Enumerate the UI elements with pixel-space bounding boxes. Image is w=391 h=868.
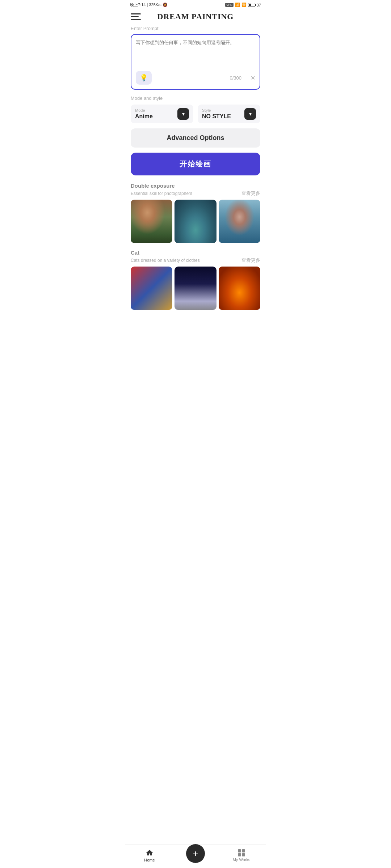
start-painting-button[interactable]: 开始绘画 xyxy=(131,153,260,175)
status-right: VPN 📶 🛜 37 xyxy=(225,3,261,7)
gallery-header-1: Double exposure xyxy=(131,183,260,189)
gallery-title-2: Cat xyxy=(131,250,260,256)
gallery-subtitle-row-2: Cats dressed on a variety of clothes 查看更… xyxy=(131,257,260,264)
gallery-image-placeholder xyxy=(175,200,216,243)
gallery-image-cat-1[interactable] xyxy=(131,267,172,310)
style-value: NO STYLE xyxy=(202,113,231,120)
advanced-options-button[interactable]: Advanced Options xyxy=(131,128,260,148)
status-bar: 晚上7:14 | 325K/s 🔕 VPN 📶 🛜 37 xyxy=(125,0,266,9)
mode-arrow-button[interactable]: ▾ xyxy=(177,108,189,120)
prompt-footer: 💡 0/300 ✕ xyxy=(136,71,255,85)
gallery-section-cat: Cat Cats dressed on a variety of clothes… xyxy=(131,250,260,310)
gallery-title-1: Double exposure xyxy=(131,183,260,189)
gallery-section-double-exposure: Double exposure Essential skill for phot… xyxy=(131,183,260,243)
gallery-image-placeholder xyxy=(219,200,260,243)
char-count: 0/300 xyxy=(230,75,241,81)
see-more-button-1[interactable]: 查看更多 xyxy=(241,190,260,197)
gallery-image-placeholder xyxy=(131,267,172,310)
style-dropdown-left: Style NO STYLE xyxy=(202,108,231,120)
gallery-subtitle-2: Cats dressed on a variety of clothes xyxy=(131,258,200,263)
gallery-image-de-2[interactable] xyxy=(175,200,216,243)
style-arrow-button[interactable]: ▾ xyxy=(244,108,256,120)
vpn-badge: VPN xyxy=(225,3,233,7)
prompt-textarea[interactable] xyxy=(136,39,255,67)
status-time-network: 晚上7:14 | 325K/s 🔕 xyxy=(130,2,168,8)
mode-style-label: Mode and style xyxy=(131,95,260,101)
gallery-image-placeholder xyxy=(131,200,172,243)
chevron-down-icon: ▾ xyxy=(182,111,185,117)
wifi-icon: 🛜 xyxy=(241,3,247,7)
idea-button[interactable]: 💡 xyxy=(136,71,152,85)
mode-dropdown-left: Mode Anime xyxy=(135,108,153,120)
hamburger-menu-button[interactable] xyxy=(131,13,141,20)
gallery-image-de-3[interactable] xyxy=(219,200,260,243)
mode-value: Anime xyxy=(135,113,153,120)
gallery-grid-1 xyxy=(131,200,260,243)
prompt-box: 💡 0/300 ✕ xyxy=(131,34,260,90)
see-more-button-2[interactable]: 查看更多 xyxy=(241,257,260,264)
mode-style-row: Mode Anime ▾ Style NO STYLE ▾ xyxy=(131,105,260,123)
gallery-subtitle-row-1: Essential skill for photographers 查看更多 xyxy=(131,190,260,197)
gallery-image-cat-3[interactable] xyxy=(219,267,260,310)
mode-dropdown[interactable]: Mode Anime ▾ xyxy=(131,105,193,123)
divider xyxy=(246,75,246,81)
gallery-image-placeholder xyxy=(175,267,216,310)
style-dropdown[interactable]: Style NO STYLE ▾ xyxy=(198,105,260,123)
battery-icon xyxy=(248,3,255,7)
clear-button[interactable]: ✕ xyxy=(251,75,255,81)
app-title: DREAM PAINTING xyxy=(141,12,250,21)
gallery-grid-2 xyxy=(131,267,260,310)
main-content: Enter Prompt 💡 0/300 ✕ Mode and style Mo… xyxy=(125,26,266,345)
prompt-count-area: 0/300 ✕ xyxy=(230,75,255,81)
style-sublabel: Style xyxy=(202,108,231,112)
gallery-subtitle-1: Essential skill for photographers xyxy=(131,191,192,196)
app-header: DREAM PAINTING xyxy=(125,9,266,26)
gallery-image-placeholder xyxy=(219,267,260,310)
mode-sublabel: Mode xyxy=(135,108,153,112)
prompt-section-label: Enter Prompt xyxy=(131,26,260,31)
signal-icon: 📶 xyxy=(235,3,240,7)
chevron-down-icon: ▾ xyxy=(249,111,252,117)
gallery-image-cat-2[interactable] xyxy=(175,267,216,310)
gallery-image-de-1[interactable] xyxy=(131,200,172,243)
gallery-header-2: Cat xyxy=(131,250,260,256)
